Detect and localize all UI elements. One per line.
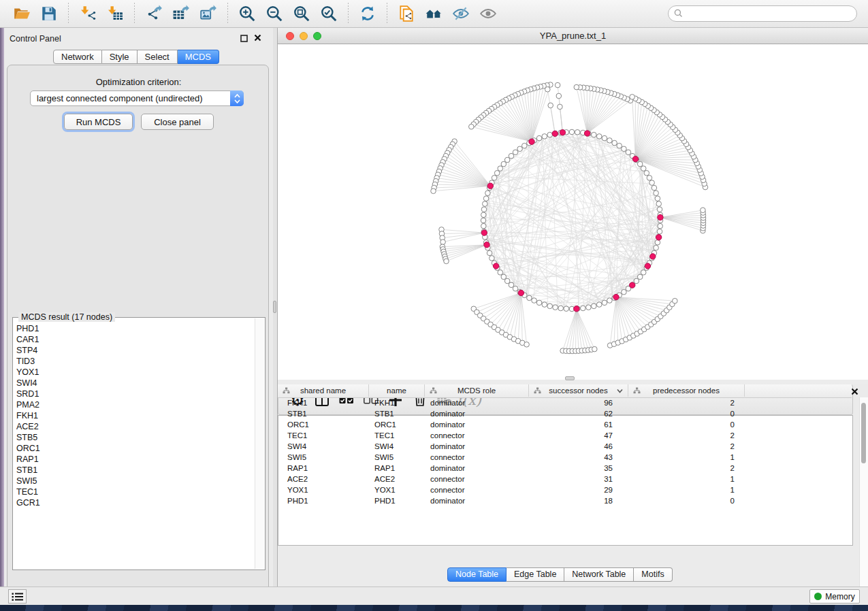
cell-name[interactable]: ORC1	[369, 419, 423, 430]
cell-predecessor-nodes[interactable]: 2	[628, 463, 743, 474]
cell-name[interactable]: ACE2	[369, 474, 423, 484]
cell-predecessor-nodes[interactable]: 2	[628, 430, 743, 441]
cell-mcds-role[interactable]: connector	[425, 452, 527, 463]
table-row[interactable]: STB1STB1dominator620	[278, 408, 852, 419]
cell-name[interactable]: SWI4	[369, 441, 423, 452]
cell-successor-nodes[interactable]: 46	[529, 441, 626, 452]
cell-predecessor-nodes[interactable]: 1	[628, 474, 743, 484]
tab-style[interactable]: Style	[102, 50, 138, 64]
export-table-button[interactable]	[170, 3, 193, 24]
new-network-from-selection-button[interactable]	[395, 3, 418, 24]
cell-shared-name[interactable]: STB1	[278, 408, 367, 419]
cell-name[interactable]: FKH1	[369, 397, 423, 408]
column-header-mcds-role[interactable]: MCDS role	[425, 384, 529, 397]
cell-mcds-role[interactable]: connector	[425, 484, 527, 495]
cell-predecessor-nodes[interactable]: 2	[628, 441, 743, 452]
window-close-icon[interactable]	[286, 32, 294, 40]
column-header-name[interactable]: name	[369, 384, 425, 397]
cell-name[interactable]: TEC1	[369, 430, 423, 441]
zoom-selected-region-button[interactable]	[317, 3, 340, 24]
table-row[interactable]: FKH1FKH1dominator962	[278, 397, 852, 408]
cell-shared-name[interactable]: PHD1	[278, 495, 367, 506]
show-all-button[interactable]	[477, 3, 500, 24]
mcds-result-item[interactable]: FKH1	[16, 410, 254, 421]
cell-shared-name[interactable]: SWI4	[278, 441, 367, 452]
mcds-result-item[interactable]: SWI5	[16, 476, 254, 486]
cell-name[interactable]: SWI5	[369, 452, 423, 463]
table-row[interactable]: ACE2ACE2connector311	[278, 474, 852, 484]
mcds-result-item[interactable]: YOX1	[16, 367, 254, 378]
close-panel-icon[interactable]	[253, 33, 262, 42]
search-input[interactable]	[684, 7, 856, 20]
cell-mcds-role[interactable]: connector	[425, 430, 527, 441]
table-row[interactable]: TEC1TEC1connector472	[278, 430, 852, 441]
cell-name[interactable]: STB1	[369, 408, 423, 419]
cell-predecessor-nodes[interactable]: 1	[628, 452, 743, 463]
window-minimize-icon[interactable]	[300, 32, 308, 40]
cell-shared-name[interactable]: ACE2	[278, 474, 367, 484]
cell-successor-nodes[interactable]: 61	[529, 419, 626, 430]
table-scrollbar-thumb[interactable]	[861, 403, 866, 463]
open-session-button[interactable]	[10, 3, 33, 24]
cell-mcds-role[interactable]: connector	[425, 474, 527, 484]
cell-mcds-role[interactable]: dominator	[425, 495, 527, 506]
tab-edge-table[interactable]: Edge Table	[507, 567, 564, 582]
cell-shared-name[interactable]: ORC1	[278, 419, 367, 430]
save-session-button[interactable]	[37, 3, 61, 24]
mcds-result-item[interactable]: SRD1	[16, 389, 254, 399]
table-scrollbar-track[interactable]	[859, 397, 868, 587]
cell-mcds-role[interactable]: dominator	[425, 463, 527, 474]
cell-successor-nodes[interactable]: 18	[529, 495, 626, 506]
vertical-split-grip[interactable]	[273, 301, 276, 313]
cell-predecessor-nodes[interactable]: 0	[628, 495, 743, 506]
mcds-result-item[interactable]: GCR1	[16, 497, 254, 508]
cell-shared-name[interactable]: FKH1	[278, 397, 367, 408]
mcds-result-item[interactable]: TID3	[16, 356, 254, 367]
network-view-canvas[interactable]	[278, 44, 868, 380]
horizontal-split-grip[interactable]	[565, 376, 575, 380]
cell-predecessor-nodes[interactable]: 1	[628, 484, 743, 495]
hide-selected-button[interactable]	[449, 3, 472, 24]
mcds-result-item[interactable]: RAP1	[16, 454, 254, 465]
table-row[interactable]: YOX1YOX1connector291	[278, 484, 852, 495]
memory-button[interactable]: Memory	[809, 589, 860, 604]
network-window-titlebar[interactable]: YPA_prune.txt_1	[278, 28, 868, 44]
cell-mcds-role[interactable]: dominator	[425, 441, 527, 452]
export-image-button[interactable]	[197, 3, 220, 24]
refresh-network-view-button[interactable]	[356, 3, 379, 24]
cell-successor-nodes[interactable]: 43	[529, 452, 626, 463]
tab-network-table[interactable]: Network Table	[564, 567, 634, 582]
cell-name[interactable]: PHD1	[369, 495, 423, 506]
tab-mcds[interactable]: MCDS	[178, 50, 219, 64]
search-box[interactable]	[668, 5, 857, 22]
tab-select[interactable]: Select	[138, 50, 178, 64]
mcds-result-item[interactable]: STB5	[16, 432, 254, 443]
cell-successor-nodes[interactable]: 96	[529, 397, 626, 408]
float-panel-icon[interactable]	[240, 34, 248, 43]
cell-predecessor-nodes[interactable]: 0	[628, 408, 743, 419]
cell-successor-nodes[interactable]: 29	[529, 484, 626, 495]
window-zoom-icon[interactable]	[313, 32, 321, 40]
mcds-result-item[interactable]: PMA2	[16, 399, 254, 410]
cell-successor-nodes[interactable]: 31	[529, 474, 626, 484]
cell-successor-nodes[interactable]: 47	[529, 430, 626, 441]
cell-successor-nodes[interactable]: 35	[529, 463, 626, 474]
optimization-criterion-select[interactable]: largest connected component (undirected)	[30, 90, 244, 106]
table-row[interactable]: SWI5SWI5connector431	[278, 452, 852, 463]
import-table-from-file-button[interactable]	[103, 3, 127, 24]
tab-node-table[interactable]: Node Table	[447, 567, 507, 582]
table-row[interactable]: PHD1PHD1dominator180	[278, 495, 852, 506]
mcds-result-item[interactable]: ORC1	[16, 443, 254, 454]
tab-motifs[interactable]: Motifs	[634, 567, 672, 582]
run-mcds-button[interactable]: Run MCDS	[64, 114, 133, 130]
mcds-result-item[interactable]: SWI4	[16, 378, 254, 389]
cell-predecessor-nodes[interactable]: 2	[628, 397, 743, 408]
tab-network[interactable]: Network	[53, 50, 102, 64]
column-header-successor-nodes[interactable]: successor nodes	[529, 384, 628, 397]
zoom-fit-content-button[interactable]	[290, 3, 313, 24]
cell-mcds-role[interactable]: dominator	[425, 408, 527, 419]
cell-successor-nodes[interactable]: 62	[529, 408, 626, 419]
cell-shared-name[interactable]: SWI5	[278, 452, 367, 463]
result-scrollbar[interactable]	[255, 318, 264, 569]
cell-mcds-role[interactable]: dominator	[425, 419, 527, 430]
